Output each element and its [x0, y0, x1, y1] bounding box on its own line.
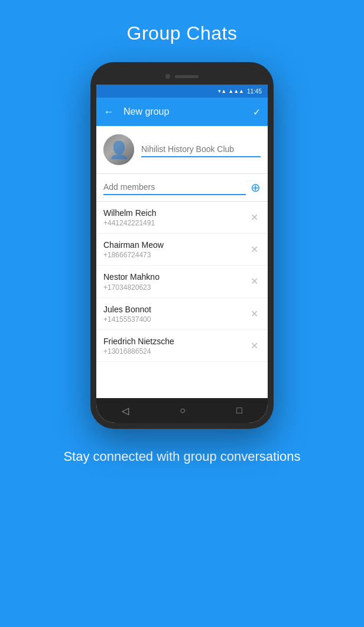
app-bar: ← New group ✓ [96, 98, 268, 126]
member-info: Friedrich Nietzsche+13016886524 [103, 336, 248, 355]
page-title: Group Chats [127, 22, 238, 44]
add-members-section: ⊕ [96, 174, 268, 202]
member-name: Wilhelm Reich [103, 208, 248, 218]
member-name: Chairman Meow [103, 240, 248, 250]
group-avatar[interactable] [103, 134, 134, 165]
nav-recent-button[interactable]: □ [225, 400, 254, 421]
nav-bar: ◁ ○ □ [96, 398, 268, 423]
screen: ▾▲ ▲▲▲ 11:45 ← New group ✓ [96, 85, 268, 423]
wifi-icon: ▾▲ [218, 88, 226, 94]
list-item: Wilhelm Reich+441242221491✕ [96, 202, 268, 234]
member-phone: +17034820623 [103, 283, 248, 292]
member-info: Chairman Meow+18666724473 [103, 240, 248, 259]
list-item: Nestor Mahkno+17034820623✕ [96, 266, 268, 298]
member-phone: +13016886524 [103, 347, 248, 355]
earpiece-speaker [175, 75, 199, 78]
member-phone: +441242221491 [103, 219, 248, 227]
remove-member-button[interactable]: ✕ [248, 306, 261, 322]
add-members-input[interactable] [103, 180, 246, 195]
avatar-photo [103, 134, 134, 165]
member-name: Friedrich Nietzsche [103, 336, 248, 347]
back-button[interactable]: ← [103, 106, 114, 118]
confirm-button[interactable]: ✓ [253, 106, 261, 118]
member-info: Nestor Mahkno+17034820623 [103, 272, 248, 291]
list-item: Chairman Meow+18666724473✕ [96, 234, 268, 266]
nav-home-button[interactable]: ○ [168, 400, 197, 421]
member-info: Jules Bonnot+14155537400 [103, 304, 248, 324]
status-bar: ▾▲ ▲▲▲ 11:45 [96, 85, 268, 98]
members-list: Wilhelm Reich+441242221491✕Chairman Meow… [96, 202, 268, 398]
remove-member-button[interactable]: ✕ [248, 209, 261, 225]
member-name: Jules Bonnot [103, 304, 248, 315]
remove-member-button[interactable]: ✕ [248, 241, 261, 257]
group-name-section [96, 126, 268, 174]
list-item: Jules Bonnot+14155537400✕ [96, 298, 268, 330]
camera-lens [165, 74, 170, 79]
member-phone: +18666724473 [103, 251, 248, 259]
member-info: Wilhelm Reich+441242221491 [103, 208, 248, 227]
phone-device: ▾▲ ▲▲▲ 11:45 ← New group ✓ [90, 62, 274, 429]
nav-back-button[interactable]: ◁ [110, 400, 141, 421]
phone-top [96, 68, 268, 85]
bottom-caption: Stay connected with group conversations [40, 448, 324, 466]
app-bar-title: New group [124, 106, 253, 117]
remove-member-button[interactable]: ✕ [248, 338, 261, 354]
list-item: Friedrich Nietzsche+13016886524✕ [96, 330, 268, 362]
member-phone: +14155537400 [103, 315, 248, 324]
signal-icon: ▲▲▲ [228, 88, 244, 94]
member-name: Nestor Mahkno [103, 272, 248, 282]
clock: 11:45 [247, 88, 262, 95]
screen-content: ⊕ Wilhelm Reich+441242221491✕Chairman Me… [96, 126, 268, 398]
group-name-input[interactable] [141, 142, 261, 157]
status-icons: ▾▲ ▲▲▲ 11:45 [218, 88, 262, 95]
add-member-icon[interactable]: ⊕ [251, 180, 261, 195]
remove-member-button[interactable]: ✕ [248, 273, 261, 289]
